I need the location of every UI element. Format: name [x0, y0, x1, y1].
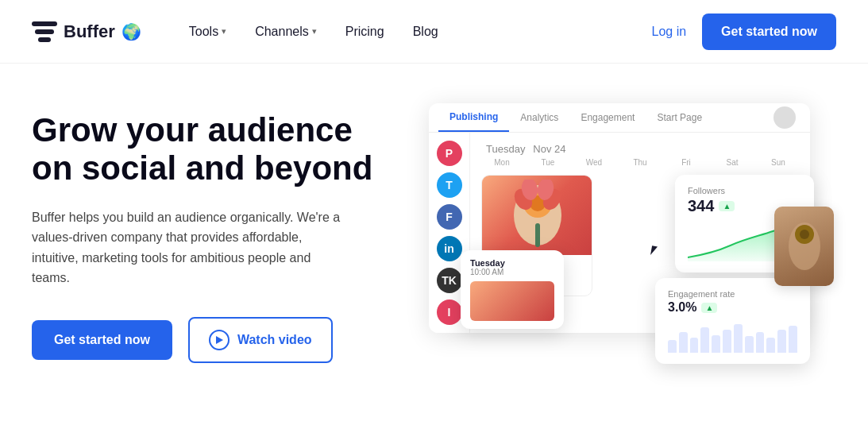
photo-illustration — [785, 218, 824, 274]
nav-cta-button[interactable]: Get started now — [702, 14, 836, 50]
hero-left: Grow your audience on social and beyond … — [32, 103, 381, 363]
schedule-card: Tuesday 10:00 AM — [461, 250, 564, 329]
bar-10 — [766, 338, 775, 353]
watch-video-button[interactable]: Watch video — [188, 317, 333, 363]
cursor-pointer — [651, 246, 665, 261]
tab-analytics[interactable]: Analytics — [509, 104, 569, 131]
nav-blog[interactable]: Blog — [413, 25, 438, 39]
hero-buttons: Get started now Watch video — [32, 317, 381, 363]
play-triangle-icon — [216, 336, 223, 344]
nav-pricing[interactable]: Pricing — [345, 25, 384, 39]
dashboard-tabs: Publishing Analytics Engagement Start Pa… — [429, 103, 810, 133]
engagement-badge: ▲ — [701, 303, 717, 313]
user-avatar — [773, 106, 796, 129]
followers-label: Followers — [688, 186, 801, 195]
navbar: Buffer 🌍 Tools ▾ Channels ▾ Pricing Blog… — [0, 0, 868, 64]
nav-right: Log in Get started now — [652, 14, 837, 50]
svg-rect-1 — [35, 29, 54, 34]
tab-publishing[interactable]: Publishing — [438, 103, 509, 132]
schedule-preview-image — [470, 281, 554, 321]
photo-inner — [774, 207, 834, 286]
bar-7 — [734, 324, 743, 353]
tab-engagement[interactable]: Engagement — [569, 104, 646, 131]
engagement-label: Engagement rate — [668, 289, 797, 299]
calendar-days: Mon Tue Wed Thu Fri Sat Sun — [481, 158, 799, 167]
hero-dashboard-mockup: Publishing Analytics Engagement Start Pa… — [413, 103, 836, 397]
chevron-down-icon: ▾ — [222, 26, 226, 37]
chevron-down-icon: ▾ — [312, 26, 317, 37]
followers-badge: ▲ — [719, 201, 735, 211]
bar-11 — [777, 330, 786, 353]
social-avatar-instagram[interactable]: I — [437, 300, 462, 325]
social-avatar-linkedin[interactable]: in — [437, 236, 462, 261]
nav-channels[interactable]: Channels ▾ — [255, 25, 317, 39]
social-avatar-facebook[interactable]: F — [437, 204, 462, 230]
watch-video-label: Watch video — [237, 333, 312, 347]
logo-link[interactable]: Buffer 🌍 — [32, 21, 141, 42]
svg-rect-0 — [32, 21, 57, 26]
bar-6 — [723, 330, 731, 353]
bar-5 — [712, 335, 720, 353]
brand-name: Buffer — [64, 21, 115, 42]
brand-emoji: 🌍 — [122, 22, 141, 41]
social-avatar-tiktok[interactable]: TK — [437, 268, 462, 293]
tab-startpage[interactable]: Start Page — [646, 104, 713, 131]
engagement-card: Engagement rate 3.0% ▲ — [655, 278, 810, 364]
cursor-arrow-icon — [650, 245, 660, 257]
svg-rect-2 — [38, 37, 51, 42]
hero-description: Buffer helps you build an audience organ… — [32, 207, 349, 288]
bar-12 — [789, 326, 797, 353]
bar-4 — [700, 327, 709, 353]
engagement-value: 3.0% ▲ — [668, 300, 797, 315]
bar-9 — [756, 332, 765, 353]
bar-8 — [745, 336, 754, 353]
buffer-logo-icon — [32, 21, 57, 42]
nav-links: Tools ▾ Channels ▾ Pricing Blog — [189, 25, 652, 39]
social-avatar-pinterest[interactable]: P — [437, 141, 462, 166]
bar-1 — [668, 340, 677, 353]
flower-illustration — [506, 180, 569, 251]
dashboard-date: Tuesday Nov 24 — [481, 142, 799, 155]
bar-3 — [690, 338, 699, 353]
svg-point-13 — [800, 230, 809, 239]
svg-rect-10 — [535, 223, 540, 247]
bar-2 — [679, 332, 688, 353]
photo-card — [774, 207, 834, 286]
social-avatar-twitter[interactable]: T — [437, 172, 462, 198]
hero-cta-button[interactable]: Get started now — [32, 320, 172, 360]
hero-title: Grow your audience on social and beyond — [32, 111, 381, 188]
play-circle-icon — [209, 330, 230, 350]
post-image — [482, 176, 592, 255]
hero-section: Grow your audience on social and beyond … — [0, 64, 868, 397]
schedule-time: 10:00 AM — [470, 268, 554, 276]
nav-tools[interactable]: Tools ▾ — [189, 25, 226, 39]
login-link[interactable]: Log in — [652, 25, 687, 39]
engagement-bar-chart — [668, 321, 797, 353]
schedule-day: Tuesday — [470, 258, 554, 268]
